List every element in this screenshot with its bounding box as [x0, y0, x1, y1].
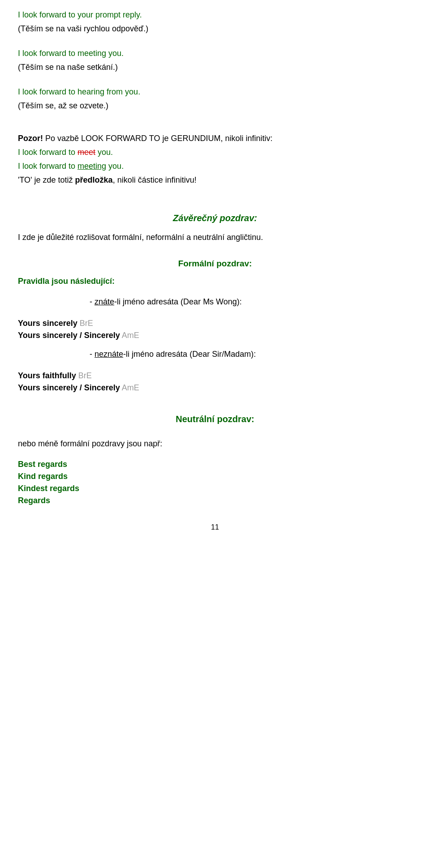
yf-bre-suffix: BrE — [78, 371, 92, 380]
pozor-wrong-word: meet — [77, 148, 95, 157]
pozor-correct-suffix: you. — [106, 162, 124, 171]
pozor-wrong-line: I look forward to meet you. — [18, 146, 412, 158]
yf-ys-prefix: Yours sincerely — [18, 383, 77, 392]
line-forward-hearing-en: I look forward to hearing from you. — [18, 86, 412, 98]
yf-sincerely: Sincerely — [84, 383, 120, 392]
pozor-wrong-suffix: you. — [95, 148, 113, 157]
pozor-to-bold: předložka — [75, 175, 113, 184]
ys-sincerely: Sincerely — [84, 331, 120, 340]
pravidla-label: Pravidla jsou následující: — [18, 277, 412, 286]
yf-ame-suffix: AmE — [120, 383, 139, 392]
neutral-intro: nebo méně formální pozdravy jsou např: — [18, 438, 412, 450]
yf-slash: / — [77, 383, 84, 392]
line-forward-meeting-cz: (Těším se na naše setkání.) — [18, 61, 412, 73]
zaverecny-heading: Závěrečný pozdrav: — [18, 213, 412, 223]
line-forward-meeting-en: I look forward to meeting you. — [18, 47, 412, 60]
page-number: 11 — [18, 523, 412, 531]
pozor-correct-line: I look forward to meeting you. — [18, 160, 412, 172]
rule1-suffix: -li jméno adresáta (Dear Ms Wong): — [114, 297, 242, 306]
pozor-to-text: 'TO' je zde totiž — [18, 175, 75, 184]
pozor-correct-prefix: I look forward to — [18, 162, 77, 171]
line-forward-reply-en: I look forward to your prompt reply. — [18, 9, 412, 21]
neutralni-heading: Neutrální pozdrav: — [18, 414, 412, 424]
yours-sincerely-ame2-line: Yours sincerely / Sincerely AmE — [18, 383, 412, 393]
pozor-text: Po vazbě LOOK FORWARD TO je GERUNDIUM, n… — [45, 134, 272, 143]
rule1-line: - znáte-li jméno adresáta (Dear Ms Wong)… — [90, 296, 412, 308]
line-forward-hearing-cz: (Těším se, až se ozvete.) — [18, 100, 412, 112]
kind-regards: Kind regards — [18, 472, 412, 481]
ys-bre-prefix: Yours sincerely — [18, 319, 80, 328]
rule1-prefix: - — [90, 297, 95, 306]
pozor-label: Pozor! — [18, 134, 43, 143]
best-regards: Best regards — [18, 460, 412, 469]
pozor-to-suffix: , nikoli částice infinitivu! — [113, 175, 197, 184]
yours-faithfully-bre-line: Yours faithfully BrE — [18, 371, 412, 381]
pozor-note: Pozor! Po vazbě LOOK FORWARD TO je GERUN… — [18, 133, 412, 186]
pozor-wrong-prefix: I look forward to — [18, 148, 77, 157]
yf-bre-prefix: Yours faithfully — [18, 371, 78, 380]
ys-slash: / — [77, 331, 84, 340]
rule1-underline: znáte — [95, 297, 114, 306]
regards: Regards — [18, 496, 412, 505]
pozor-line1: Pozor! Po vazbě LOOK FORWARD TO je GERUN… — [18, 133, 412, 145]
ys-bre-suffix: BrE — [80, 319, 93, 328]
rule2-line: - neznáte-li jméno adresáta (Dear Sir/Ma… — [90, 348, 412, 360]
section-intro: I zde je důležité rozlišovat formální, n… — [18, 231, 412, 244]
rule2-prefix: - — [90, 350, 95, 359]
pozor-correct-underline: meeting — [77, 162, 106, 171]
pozor-to-line: 'TO' je zde totiž předložka, nikoli část… — [18, 174, 412, 186]
yours-sincerely-ame-line: Yours sincerely / Sincerely AmE — [18, 331, 412, 340]
yours-sincerely-bre-line: Yours sincerely BrE — [18, 319, 412, 328]
kindest-regards: Kindest regards — [18, 484, 412, 493]
rule2-underline: neznáte — [95, 350, 123, 359]
formalni-heading: Formální pozdrav: — [18, 259, 412, 269]
ys-ame-suffix: AmE — [120, 331, 139, 340]
rule2-suffix: -li jméno adresáta (Dear Sir/Madam): — [123, 350, 256, 359]
line-forward-reply-cz: (Těším se na vaši rychlou odpověď.) — [18, 23, 412, 35]
ys-ame-prefix: Yours sincerely — [18, 331, 77, 340]
